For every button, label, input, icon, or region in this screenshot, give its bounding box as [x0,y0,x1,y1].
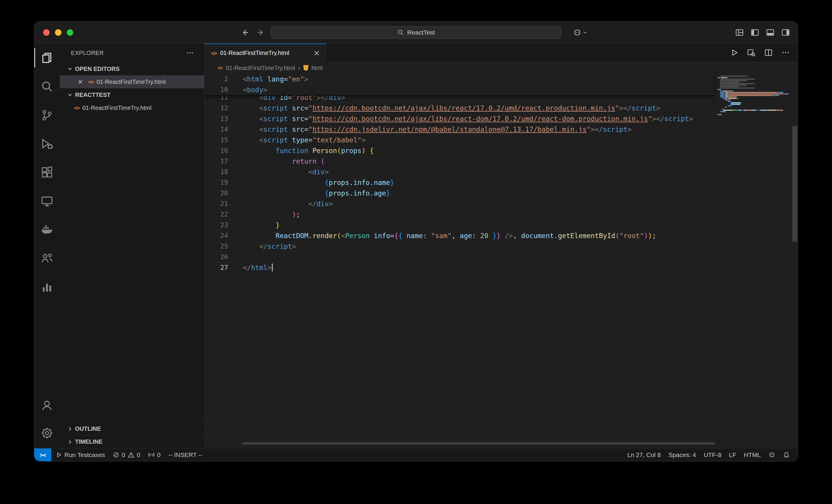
timeline-label: TIMELINE [75,439,103,445]
horizontal-scrollbar[interactable] [242,442,715,445]
minimap-line [717,109,790,111]
copilot-menu[interactable] [573,28,588,37]
code-line-17[interactable]: 17 return ( [205,156,714,167]
explorer-title: EXPLORER [71,50,104,56]
cursor-position-indicator[interactable]: Ln 27, Col 8 [623,448,665,461]
open-editors-section-header[interactable]: OPEN EDITORS [60,62,204,75]
activity-run-debug-button[interactable] [34,129,60,158]
tree-file-item[interactable]: <> 01-ReactFirstTimeTry.html [60,101,204,114]
back-arrow-icon[interactable] [241,28,249,37]
activity-docker-button[interactable] [34,215,60,244]
code-line-16[interactable]: 16 function Person(props) { [205,145,714,156]
more-actions-icon[interactable] [186,49,194,57]
code-line-27[interactable]: 27</html> [205,262,714,273]
run-file-icon[interactable] [730,48,739,57]
activity-accounts-people-button[interactable] [34,244,60,273]
tab-active-file[interactable]: <> 01-ReactFirstTimeTry.html [205,44,326,62]
code-line-13[interactable]: 13 <script src="https://cdn.bootcdn.net/… [205,113,714,124]
remote-indicator[interactable]: >< [34,448,51,461]
ports-indicator[interactable]: 0 [144,448,164,461]
vertical-scrollbar[interactable] [792,126,797,242]
close-icon[interactable] [77,78,84,85]
toggle-secondary-sidebar-icon[interactable] [781,28,790,37]
settings-button[interactable] [34,419,60,447]
close-window-button[interactable] [43,29,50,36]
activity-explorer-button[interactable] [34,44,60,72]
outline-section-header[interactable]: OUTLINE [60,422,204,435]
code-line-15[interactable]: 15 <script type="text/babel"> [205,135,714,145]
breadcrumb-symbol[interactable]: html [311,65,323,72]
activity-bar-chart-button[interactable] [34,273,60,301]
code-line-26[interactable]: 26 [205,252,714,262]
close-tab-icon[interactable] [313,49,320,57]
source-control-icon [41,109,53,122]
breadcrumb-file[interactable]: 01-ReactFirstTimeTry.html [226,65,295,72]
code-line-10[interactable]: 10<body> [205,84,714,95]
minimap[interactable] [717,75,790,115]
html-file-icon: <> [88,79,94,85]
account-button[interactable] [34,392,60,419]
sticky-scroll[interactable]: 2<html lang="en">10<body> [205,74,714,96]
people-icon [41,252,53,265]
activity-remote-explorer-button[interactable] [34,187,60,215]
open-editors-label: OPEN EDITORS [75,65,120,72]
code-text: function Person(props) { [228,145,374,156]
vim-mode-indicator[interactable]: -- INSERT -- [164,448,206,461]
indentation-indicator[interactable]: Spaces: 4 [665,448,700,461]
problems-indicator[interactable]: 0 0 [109,448,144,461]
remote-explorer-icon [41,195,53,208]
code-text [228,252,243,262]
run-and-debug-icon [41,137,53,150]
minimize-window-button[interactable] [55,29,61,36]
line-number: 12 [205,103,228,113]
encoding-label: UTF-8 [704,451,722,458]
outline-label: OUTLINE [75,425,101,432]
code-line-19[interactable]: 19 {props.info.name} [205,177,714,188]
customize-layout-icon[interactable] [735,28,744,37]
explorer-sidebar: EXPLORER OPEN EDITORS <> 01-ReactFirstTi… [60,44,205,448]
activity-extensions-button[interactable] [34,158,60,187]
line-number: 21 [205,198,228,209]
code-line-24[interactable]: 24 ReactDOM.render(<Person info={{ name:… [205,231,714,241]
errors-count: 0 [122,451,125,458]
code-line-14[interactable]: 14 <script src="https://cdn.jsdelivr.net… [205,124,714,135]
split-editor-icon[interactable] [764,48,773,57]
code-editor[interactable]: 2<html lang="en">10<body> 11 <div id="ro… [205,74,798,448]
more-actions-icon[interactable] [781,48,790,57]
eol-indicator[interactable]: LF [725,448,740,461]
toggle-panel-icon[interactable] [766,28,775,37]
copilot-status[interactable] [764,448,779,461]
code-lines[interactable]: 11 <div id="root"></div>12 <script src="… [205,92,714,273]
activity-search-button[interactable] [34,72,60,101]
code-line-12[interactable]: 12 <script src="https://cdn.bootcdn.net/… [205,103,714,113]
layout-controls [735,22,790,43]
code-line-22[interactable]: 22 ); [205,209,714,220]
run-testcases-button[interactable]: Run Testcases [51,448,109,461]
activity-source-control-button[interactable] [34,101,60,129]
line-number: 19 [205,177,228,188]
encoding-indicator[interactable]: UTF-8 [700,448,725,461]
code-line-25[interactable]: 25 </script> [205,241,714,252]
command-center-search[interactable]: ReactTest [271,26,561,39]
minimap-line [717,114,790,115]
code-line-23[interactable]: 23 } [205,220,714,231]
search-icon [41,80,53,93]
toggle-primary-sidebar-icon[interactable] [750,28,759,37]
open-preview-icon[interactable] [747,48,756,57]
language-mode-indicator[interactable]: HTML [740,448,764,461]
timeline-section-header[interactable]: TIMELINE [60,435,204,448]
code-line-20[interactable]: 20 {props.info.age} [205,188,714,198]
open-editor-item[interactable]: <> 01-ReactFirstTimeTry.html [60,75,204,88]
notifications-bell[interactable] [779,448,794,461]
breadcrumb-separator: › [298,64,300,72]
maximize-window-button[interactable] [67,29,73,36]
forward-arrow-icon[interactable] [257,28,265,37]
line-number: 22 [205,209,228,220]
radio-tower-icon [148,451,155,458]
workspace-section-header[interactable]: REACTTEST [60,88,204,101]
code-line-21[interactable]: 21 </div> [205,198,714,209]
html-file-icon: <> [217,65,222,71]
code-line-2[interactable]: 2<html lang="en"> [205,74,714,84]
code-text: return ( [228,156,325,167]
code-line-18[interactable]: 18 <div> [205,167,714,177]
